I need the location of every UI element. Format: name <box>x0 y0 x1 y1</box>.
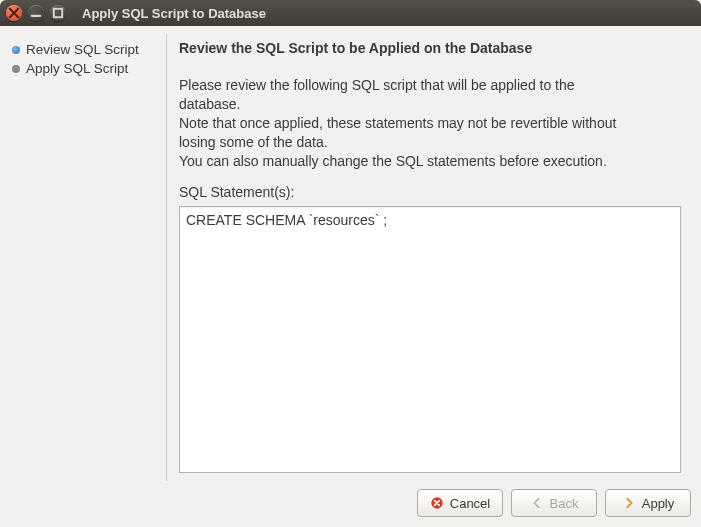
window-maximize-button[interactable] <box>50 5 66 21</box>
statements-label: SQL Statement(s): <box>179 184 681 200</box>
button-label: Back <box>550 496 579 511</box>
window-minimize-button[interactable] <box>28 5 44 21</box>
back-button: Back <box>511 489 597 517</box>
chevron-left-icon <box>530 496 544 510</box>
maximize-icon <box>51 6 65 20</box>
button-label: Cancel <box>450 496 490 511</box>
page-title: Review the SQL Script to be Applied on t… <box>179 40 681 56</box>
cancel-button[interactable]: Cancel <box>417 489 503 517</box>
step-indicator-icon <box>12 46 20 54</box>
svg-rect-0 <box>54 9 62 17</box>
cancel-icon <box>430 496 444 510</box>
apply-button[interactable]: Apply <box>605 489 691 517</box>
sql-statements-textarea[interactable] <box>179 206 681 473</box>
wizard-step-label: Apply SQL Script <box>26 61 128 76</box>
main-panel: Review the SQL Script to be Applied on t… <box>166 34 693 481</box>
step-indicator-icon <box>12 65 20 73</box>
titlebar: Apply SQL Script to Database <box>0 0 701 26</box>
wizard-step-apply: Apply SQL Script <box>12 59 154 78</box>
button-label: Apply <box>642 496 675 511</box>
dialog-body: Review SQL Script Apply SQL Script Revie… <box>0 26 701 481</box>
minimize-icon <box>29 6 43 20</box>
window-close-button[interactable] <box>6 5 22 21</box>
chevron-right-icon <box>622 496 636 510</box>
close-icon <box>7 6 21 20</box>
description-text: Please review the following SQL script t… <box>179 76 619 170</box>
wizard-sidebar: Review SQL Script Apply SQL Script <box>8 34 158 481</box>
window-title: Apply SQL Script to Database <box>82 6 266 21</box>
wizard-step-label: Review SQL Script <box>26 42 139 57</box>
button-bar: Cancel Back Apply <box>0 481 701 527</box>
wizard-step-review: Review SQL Script <box>12 40 154 59</box>
